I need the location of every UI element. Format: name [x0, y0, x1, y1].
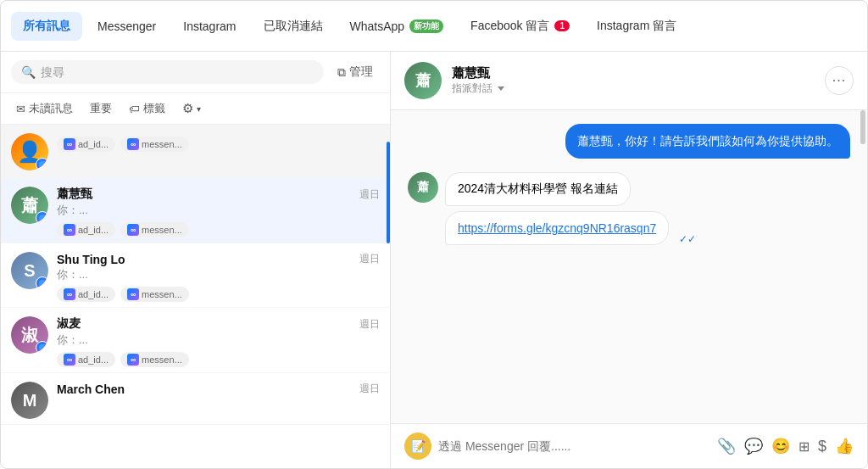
emoji-icon[interactable]: 😊 — [771, 437, 790, 455]
badge-new: 新功能 — [409, 20, 443, 33]
conv-time: 週日 — [359, 252, 380, 266]
message-text: 蕭慧甄，你好！請告訴我們該如何為你提供協助。 — [577, 134, 838, 148]
list-item[interactable]: 蕭 蕭慧甄 週日 你：... ∞ ad_id... — [1, 178, 390, 243]
search-input[interactable] — [41, 65, 314, 79]
manage-button[interactable]: ⧉ 管理 — [331, 61, 380, 83]
conv-tag: ∞ ad_id... — [57, 352, 115, 367]
assign-label: 指派對話 — [452, 81, 492, 96]
search-icon: 🔍 — [21, 65, 36, 79]
tag-label: ad_id... — [78, 139, 108, 149]
messenger-badge-icon — [36, 158, 48, 170]
chevron-down-icon: ▾ — [197, 104, 201, 114]
filter-icon: ⚙ — [182, 101, 193, 116]
left-panel: 🔍 ⧉ 管理 ✉ 未讀訊息 重要 🏷 標籤 ⚙ ▾ — [1, 52, 391, 468]
conv-time: 週日 — [359, 317, 380, 332]
tab-facebook[interactable]: Facebook 留言 1 — [459, 12, 581, 41]
more-options-button[interactable]: ··· — [825, 66, 854, 95]
message-input[interactable] — [438, 439, 710, 453]
right-scrollbar — [860, 110, 865, 423]
thumbs-up-icon[interactable]: 👍 — [835, 437, 854, 455]
conv-content: Shu Ting Lo 週日 你：... ∞ ad_id... ∞ messe — [57, 252, 380, 302]
avatar: 淑 — [11, 316, 48, 354]
avatar: 蕭 — [11, 187, 48, 224]
chat-contact-name: 蕭慧甄 — [452, 65, 815, 81]
tab-disconnected[interactable]: 已取消連結 — [252, 12, 335, 41]
filter-tags-label: 標籤 — [143, 101, 165, 116]
conv-content: ∞ ad_id... ∞ messen... — [57, 133, 380, 152]
list-item[interactable]: S Shu Ting Lo 週日 你：... ∞ ad_id... — [1, 243, 390, 308]
tab-messenger[interactable]: Messenger — [86, 13, 168, 40]
list-item[interactable]: M March Chen 週日 — [1, 373, 390, 425]
conv-name: 淑麦 — [57, 316, 81, 332]
message-text: 2024清大材料科學營 報名連結 — [458, 181, 618, 195]
tab-instagram-comment-label: Instagram 留言 — [597, 19, 676, 34]
tab-all[interactable]: 所有訊息 — [11, 12, 82, 41]
chat-messages: 蕭慧甄，你好！請告訴我們該如何為你提供協助。 蕭 2024清大材料科學營 報名連… — [391, 110, 867, 423]
chat-header: 蕭 蕭慧甄 指派對話 ··· — [391, 52, 867, 110]
meta-icon: ∞ — [64, 138, 75, 150]
conv-tag: ∞ messen... — [120, 222, 189, 237]
tab-instagram-comment[interactable]: Instagram 留言 — [585, 12, 688, 41]
scroll-indicator — [387, 125, 390, 468]
reply-avatar: 📝 — [404, 433, 431, 460]
tab-instagram-label: Instagram — [183, 20, 236, 33]
conv-time: 週日 — [359, 382, 380, 396]
link-bubble: https://forms.gle/kgzcnq9NR16rasqn7 — [445, 211, 669, 245]
list-item[interactable]: 👤 ∞ ad_id... ∞ messen... — [1, 125, 390, 178]
dollar-icon[interactable]: $ — [818, 438, 826, 455]
tab-instagram[interactable]: Instagram — [171, 13, 248, 40]
tag-label: ad_id... — [78, 225, 108, 235]
search-input-wrap[interactable]: 🔍 — [11, 60, 324, 84]
conv-preview: 你：... — [57, 203, 380, 218]
unread-icon: ✉ — [16, 103, 25, 115]
avatar: M — [11, 382, 48, 419]
conv-tag: ∞ messen... — [120, 137, 189, 152]
filter-unread[interactable]: ✉ 未讀訊息 — [11, 98, 78, 119]
input-actions: 📎 💬 😊 ⊞ $ 👍 — [717, 437, 854, 455]
meta-icon: ∞ — [64, 224, 75, 236]
tag-icon: 🏷 — [129, 103, 140, 115]
conv-name: 蕭慧甄 — [57, 187, 92, 202]
manage-label: 管理 — [349, 64, 373, 80]
list-item[interactable]: 淑 淑麦 週日 你：... ∞ ad_id... — [1, 308, 390, 373]
tag-label: messen... — [142, 225, 182, 235]
tab-messenger-label: Messenger — [97, 20, 156, 33]
meta-icon: ∞ — [127, 138, 139, 150]
filter-bar: ✉ 未讀訊息 重要 🏷 標籤 ⚙ ▾ — [1, 93, 390, 125]
tag-label: messen... — [142, 289, 182, 299]
tab-whatsapp[interactable]: WhatsApp 新功能 — [338, 13, 456, 40]
conv-content: March Chen 週日 — [57, 382, 380, 396]
conv-tag: ∞ messen... — [120, 287, 189, 302]
filter-tags[interactable]: 🏷 標籤 — [124, 98, 170, 119]
filter-unread-label: 未讀訊息 — [29, 101, 73, 116]
main-area: 🔍 ⧉ 管理 ✉ 未讀訊息 重要 🏷 標籤 ⚙ ▾ — [1, 52, 867, 468]
grid-icon[interactable]: ⊞ — [798, 438, 810, 455]
messenger-badge-icon — [36, 341, 48, 354]
chat-input-area: 📝 📎 💬 😊 ⊞ $ 👍 — [391, 423, 867, 468]
filter-more[interactable]: ⚙ ▾ — [177, 98, 206, 119]
chat-header-avatar: 蕭 — [404, 62, 442, 99]
message-sent: 蕭慧甄，你好！請告訴我們該如何為你提供協助。 — [408, 124, 850, 159]
tag-label: messen... — [142, 139, 182, 149]
message-link[interactable]: https://forms.gle/kgzcnq9NR16rasqn7 — [458, 221, 656, 235]
conv-preview: 你：... — [57, 332, 380, 348]
top-nav: 所有訊息 Messenger Instagram 已取消連結 WhatsApp … — [1, 1, 867, 52]
meta-icon: ∞ — [64, 354, 75, 366]
assign-row[interactable]: 指派對話 — [452, 81, 815, 96]
right-panel: 蕭 蕭慧甄 指派對話 ··· 蕭慧甄，你好！請告訴我們該如何為你提供協助。 蕭 — [391, 52, 867, 468]
meta-icon: ∞ — [64, 288, 75, 300]
filter-important[interactable]: 重要 — [85, 98, 117, 119]
conv-tag: ∞ ad_id... — [57, 222, 115, 237]
conv-content: 蕭慧甄 週日 你：... ∞ ad_id... ∞ messen... — [57, 187, 380, 237]
tab-facebook-label: Facebook 留言 — [470, 19, 549, 34]
conv-preview: 你：... — [57, 267, 380, 282]
meta-icon: ∞ — [127, 354, 139, 366]
tag-label: messen... — [142, 355, 182, 365]
attachment-icon[interactable]: 📎 — [717, 437, 736, 455]
tab-whatsapp-label: WhatsApp — [350, 20, 405, 33]
meta-icon: ∞ — [127, 288, 139, 300]
message-group: 2024清大材料科學營 報名連結 https://forms.gle/kgzcn… — [445, 172, 696, 245]
chat-bubble-icon[interactable]: 💬 — [744, 437, 763, 455]
message-bubble: 2024清大材料科學營 報名連結 — [445, 172, 631, 206]
conversation-list: 👤 ∞ ad_id... ∞ messen... — [1, 125, 390, 468]
